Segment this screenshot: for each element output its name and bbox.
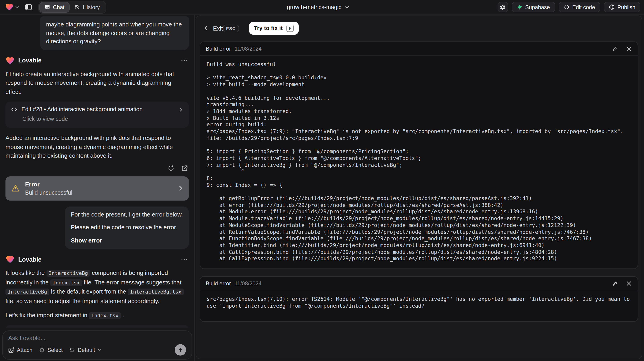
show-error-link[interactable]: Show error	[71, 236, 183, 245]
close-icon	[626, 46, 632, 51]
panel-header: Build error 11/08/2024	[200, 42, 638, 56]
sidebar-panel-icon	[25, 3, 32, 11]
project-switcher[interactable]: growth-metrics-magic	[287, 0, 350, 14]
lovable-logo-menu[interactable]	[4, 2, 20, 12]
chevron-down-icon	[98, 348, 102, 352]
attach-image-icon	[8, 347, 14, 353]
chevron-left-icon	[204, 25, 209, 31]
chevron-down-icon	[15, 5, 19, 9]
mode-label: Default	[78, 347, 95, 353]
try-to-fix-button[interactable]: Try to fix it F	[249, 22, 298, 35]
lovable-heart-icon	[5, 3, 14, 11]
tab-history-label: History	[83, 4, 100, 10]
user-message: maybe diagramming points and when you mo…	[40, 16, 189, 50]
chevron-right-icon	[178, 186, 183, 191]
chat-bubble-icon	[45, 4, 50, 10]
restore-button[interactable]	[167, 164, 175, 172]
publish-label: Publish	[617, 4, 635, 10]
panel-date: 11/08/2024	[235, 45, 262, 52]
assistant-message: Let's fix the import statement in Index.…	[6, 311, 189, 320]
fix-with-ai-button[interactable]	[612, 280, 619, 287]
assistant-message: Added an interactive background with pin…	[6, 134, 189, 160]
attach-button[interactable]: Attach	[8, 347, 32, 353]
gear-icon	[500, 4, 506, 10]
assistant-name: Lovable	[18, 57, 42, 64]
esc-key-hint: ESC	[223, 24, 239, 32]
arrow-up-icon	[178, 347, 183, 353]
external-link-icon	[182, 165, 188, 171]
chat-scroll-area[interactable]: maybe diagramming points and when you mo…	[0, 14, 194, 328]
fix-with-ai-button[interactable]	[612, 45, 619, 52]
close-panel-button[interactable]	[626, 280, 632, 287]
select-label: Select	[48, 347, 63, 353]
fix-button-label: Try to fix it	[254, 25, 282, 31]
chevron-down-icon	[345, 5, 350, 9]
assistant-message: It looks like the InteractiveBg componen…	[6, 269, 189, 305]
user-message: For the code present, I get the error be…	[65, 206, 189, 249]
wrench-icon	[612, 280, 618, 286]
chat-sidebar: maybe diagramming points and when you mo…	[0, 14, 195, 361]
tab-history[interactable]: History	[70, 2, 105, 12]
assistant-message: I'll help create an interactive backgrou…	[6, 69, 189, 96]
view-switcher: Chat History	[38, 1, 106, 13]
lovable-heart-icon	[6, 255, 14, 264]
message-menu-button[interactable]	[180, 257, 189, 262]
chat-input[interactable]	[8, 335, 186, 343]
edit-card-28[interactable]: Edit #28 • Add interactive background an…	[6, 102, 189, 128]
code-brackets-icon	[11, 106, 17, 113]
mode-selector[interactable]: Default	[69, 347, 102, 353]
build-error-card[interactable]: Error Build unsuccessful	[6, 176, 189, 200]
f-key-hint: F	[286, 25, 294, 32]
select-button[interactable]: Select	[39, 347, 63, 353]
tab-chat-label: Chat	[53, 4, 64, 10]
wrench-icon	[612, 45, 618, 51]
error-overlay: Exit ESC Try to fix it F Build error 11/…	[196, 15, 642, 359]
assistant-header: Lovable	[6, 255, 189, 264]
open-preview-button[interactable]	[180, 164, 189, 172]
history-icon	[74, 4, 80, 10]
sliders-icon	[69, 347, 76, 353]
assistant-name: Lovable	[18, 256, 42, 263]
build-log: src/pages/Index.tsx(7,10): error TS2614:…	[200, 290, 638, 321]
lovable-heart-icon	[6, 56, 14, 65]
assistant-header: Lovable	[6, 56, 189, 65]
send-button[interactable]	[175, 344, 186, 356]
chevron-right-icon	[178, 107, 183, 112]
warning-triangle-icon	[11, 184, 20, 193]
supabase-bolt-icon	[516, 4, 522, 10]
exit-button[interactable]: Exit	[204, 25, 223, 32]
app-header: Chat History growth-metrics-magic	[0, 0, 644, 14]
attach-label: Attach	[17, 347, 32, 353]
edit-code-button[interactable]: Edit code	[558, 2, 600, 12]
build-error-panel-1: Build error 11/08/2024	[200, 41, 638, 269]
error-card-title: Error	[25, 181, 72, 188]
composer: Attach Select	[2, 331, 192, 360]
globe-icon	[609, 4, 614, 10]
refresh-icon	[168, 165, 174, 171]
settings-button[interactable]	[497, 2, 508, 12]
supabase-label: Supabase	[525, 4, 550, 10]
panel-header: Build error 11/08/2024	[200, 277, 638, 290]
build-error-panel-2: Build error 11/08/2024	[200, 276, 638, 322]
supabase-button[interactable]: Supabase	[512, 2, 555, 12]
message-actions	[6, 164, 189, 172]
project-name: growth-metrics-magic	[287, 4, 342, 10]
overlay-toolbar: Exit ESC Try to fix it F	[196, 16, 642, 40]
error-card-subtitle: Build unsuccessful	[25, 189, 72, 196]
edit-card-subtitle: Click to view code	[22, 116, 183, 122]
edit-card-29[interactable]: Edit #29 • Fix import error for Interact…	[6, 325, 189, 328]
panel-title: Build error	[206, 45, 231, 52]
code-brackets-icon	[564, 4, 570, 10]
lovable-app: Chat History growth-metrics-magic	[0, 0, 644, 361]
publish-button[interactable]: Publish	[604, 2, 640, 12]
close-panel-button[interactable]	[626, 45, 632, 52]
edit-card-title: Edit #28 • Add interactive background an…	[22, 106, 142, 113]
panel-date: 11/08/2024	[235, 280, 262, 287]
message-menu-button[interactable]	[180, 58, 189, 63]
select-target-icon	[39, 347, 45, 353]
tab-chat[interactable]: Chat	[40, 2, 70, 12]
sidebar-toggle-button[interactable]	[23, 2, 34, 12]
exit-label: Exit	[213, 25, 223, 32]
close-icon	[626, 281, 632, 286]
build-log: Build was unsuccessful > vite_react_shad…	[200, 56, 638, 269]
